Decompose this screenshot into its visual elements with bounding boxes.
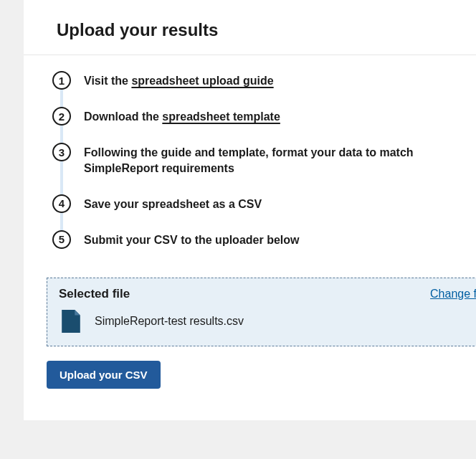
spreadsheet-template-link[interactable]: spreadsheet template bbox=[162, 110, 280, 123]
upload-csv-button[interactable]: Upload your CSV bbox=[47, 361, 161, 389]
step-text: Following the guide and template, format… bbox=[84, 144, 453, 177]
step-number: 4 bbox=[52, 194, 71, 213]
step-2: 2 Download the spreadsheet template bbox=[52, 108, 453, 144]
file-row: SimpleReport-test results.csv bbox=[59, 310, 476, 333]
step-1: 1 Visit the spreadsheet upload guide bbox=[52, 72, 453, 108]
step-text: Visit the spreadsheet upload guide bbox=[84, 72, 274, 89]
change-file-link[interactable]: Change file bbox=[430, 288, 476, 301]
selected-file-box: Selected file Change file SimpleReport-t… bbox=[47, 278, 476, 346]
step-text: Save your spreadsheet as a CSV bbox=[84, 196, 262, 212]
file-icon bbox=[62, 310, 80, 333]
step-number: 1 bbox=[52, 71, 71, 90]
step-4: 4 Save your spreadsheet as a CSV bbox=[52, 196, 453, 232]
card-header: Upload your results bbox=[24, 0, 476, 55]
step-number: 5 bbox=[52, 230, 71, 249]
step-number: 3 bbox=[52, 143, 71, 161]
upload-card: Upload your results 1 Visit the spreadsh… bbox=[24, 0, 476, 420]
selected-file-name: SimpleReport-test results.csv bbox=[95, 315, 244, 328]
steps-list: 1 Visit the spreadsheet upload guide 2 D… bbox=[24, 55, 476, 272]
selected-file-header: Selected file Change file bbox=[59, 287, 476, 301]
step-5: 5 Submit your CSV to the uploader below bbox=[52, 232, 453, 259]
selected-file-label: Selected file bbox=[59, 287, 130, 301]
step-text: Submit your CSV to the uploader below bbox=[84, 232, 299, 248]
step-number: 2 bbox=[52, 107, 71, 126]
spreadsheet-upload-guide-link[interactable]: spreadsheet upload guide bbox=[131, 75, 273, 87]
step-3: 3 Following the guide and template, form… bbox=[52, 144, 453, 196]
step-text: Download the spreadsheet template bbox=[84, 108, 280, 125]
step-connector bbox=[60, 161, 63, 197]
page-title: Upload your results bbox=[57, 20, 476, 40]
